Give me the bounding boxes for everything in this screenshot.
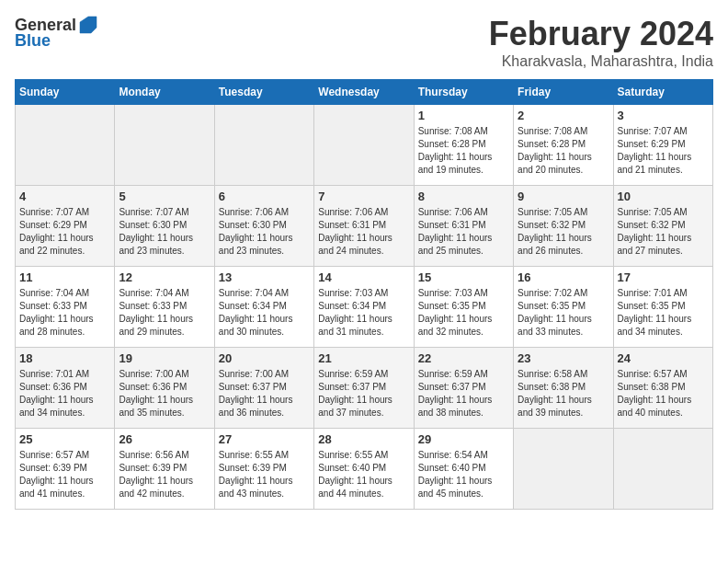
day-info: Sunrise: 7:06 AMSunset: 6:31 PMDaylight:… <box>318 206 409 258</box>
calendar-cell <box>613 429 712 510</box>
day-number: 1 <box>418 109 509 122</box>
calendar-cell: 12Sunrise: 7:04 AMSunset: 6:33 PMDayligh… <box>115 267 214 348</box>
day-info: Sunrise: 7:05 AMSunset: 6:32 PMDaylight:… <box>518 206 609 258</box>
day-info: Sunrise: 7:02 AMSunset: 6:35 PMDaylight:… <box>518 287 609 339</box>
day-info: Sunrise: 7:04 AMSunset: 6:33 PMDaylight:… <box>119 287 210 339</box>
calendar-cell: 29Sunrise: 6:54 AMSunset: 6:40 PMDayligh… <box>414 429 513 510</box>
calendar-cell: 4Sunrise: 7:07 AMSunset: 6:29 PMDaylight… <box>16 186 115 267</box>
column-header-tuesday: Tuesday <box>214 80 313 105</box>
logo-icon <box>78 15 98 35</box>
calendar-cell: 2Sunrise: 7:08 AMSunset: 6:28 PMDaylight… <box>514 105 613 186</box>
calendar-week-row: 4Sunrise: 7:07 AMSunset: 6:29 PMDaylight… <box>16 186 713 267</box>
calendar-cell: 27Sunrise: 6:55 AMSunset: 6:39 PMDayligh… <box>214 429 313 510</box>
column-header-sunday: Sunday <box>16 80 115 105</box>
day-info: Sunrise: 7:06 AMSunset: 6:30 PMDaylight:… <box>219 206 310 258</box>
day-info: Sunrise: 6:55 AMSunset: 6:39 PMDaylight:… <box>219 449 310 500</box>
day-number: 3 <box>618 109 709 122</box>
day-number: 9 <box>518 190 609 203</box>
calendar-cell: 22Sunrise: 6:59 AMSunset: 6:37 PMDayligh… <box>414 348 513 429</box>
day-info: Sunrise: 6:57 AMSunset: 6:38 PMDaylight:… <box>618 368 709 419</box>
column-header-saturday: Saturday <box>613 80 712 105</box>
day-info: Sunrise: 7:00 AMSunset: 6:37 PMDaylight:… <box>219 368 310 419</box>
day-info: Sunrise: 6:54 AMSunset: 6:40 PMDaylight:… <box>418 449 509 500</box>
calendar-cell: 26Sunrise: 6:56 AMSunset: 6:39 PMDayligh… <box>115 429 214 510</box>
calendar-cell <box>214 105 313 186</box>
day-number: 11 <box>19 270 110 284</box>
day-info: Sunrise: 6:56 AMSunset: 6:39 PMDaylight:… <box>119 449 210 500</box>
calendar-cell: 7Sunrise: 7:06 AMSunset: 6:31 PMDaylight… <box>314 186 414 267</box>
calendar-week-row: 25Sunrise: 6:57 AMSunset: 6:39 PMDayligh… <box>16 429 713 510</box>
day-number: 4 <box>19 190 110 203</box>
day-info: Sunrise: 7:01 AMSunset: 6:36 PMDaylight:… <box>19 368 110 419</box>
day-number: 5 <box>119 190 210 203</box>
calendar-cell: 19Sunrise: 7:00 AMSunset: 6:36 PMDayligh… <box>115 348 214 429</box>
day-number: 23 <box>518 351 609 365</box>
calendar-location: Kharakvasla, Maharashtra, India <box>489 53 713 70</box>
day-info: Sunrise: 7:07 AMSunset: 6:30 PMDaylight:… <box>119 206 210 258</box>
logo-blue: Blue <box>15 31 51 51</box>
calendar-cell: 9Sunrise: 7:05 AMSunset: 6:32 PMDaylight… <box>514 186 613 267</box>
calendar-cell <box>115 105 214 186</box>
day-number: 28 <box>318 432 409 446</box>
calendar-cell: 20Sunrise: 7:00 AMSunset: 6:37 PMDayligh… <box>214 348 313 429</box>
calendar-cell: 5Sunrise: 7:07 AMSunset: 6:30 PMDaylight… <box>115 186 214 267</box>
day-number: 7 <box>318 190 409 203</box>
calendar-cell: 16Sunrise: 7:02 AMSunset: 6:35 PMDayligh… <box>514 267 613 348</box>
calendar-cell: 13Sunrise: 7:04 AMSunset: 6:34 PMDayligh… <box>214 267 313 348</box>
day-number: 10 <box>618 190 709 203</box>
calendar-week-row: 11Sunrise: 7:04 AMSunset: 6:33 PMDayligh… <box>16 267 713 348</box>
day-info: Sunrise: 7:05 AMSunset: 6:32 PMDaylight:… <box>618 206 709 258</box>
calendar-cell: 10Sunrise: 7:05 AMSunset: 6:32 PMDayligh… <box>613 186 712 267</box>
day-info: Sunrise: 7:00 AMSunset: 6:36 PMDaylight:… <box>119 368 210 419</box>
day-number: 12 <box>119 270 210 284</box>
calendar-cell: 17Sunrise: 7:01 AMSunset: 6:35 PMDayligh… <box>613 267 712 348</box>
day-number: 16 <box>518 270 609 284</box>
calendar-cell: 11Sunrise: 7:04 AMSunset: 6:33 PMDayligh… <box>16 267 115 348</box>
calendar-cell: 3Sunrise: 7:07 AMSunset: 6:29 PMDaylight… <box>613 105 712 186</box>
day-info: Sunrise: 6:55 AMSunset: 6:40 PMDaylight:… <box>318 449 409 500</box>
calendar-week-row: 1Sunrise: 7:08 AMSunset: 6:28 PMDaylight… <box>16 105 713 186</box>
day-info: Sunrise: 7:07 AMSunset: 6:29 PMDaylight:… <box>19 206 110 258</box>
page-header: General Blue February 2024 Kharakvasla, … <box>15 15 713 70</box>
day-number: 20 <box>219 351 310 365</box>
day-info: Sunrise: 6:59 AMSunset: 6:37 PMDaylight:… <box>318 368 409 419</box>
day-info: Sunrise: 7:03 AMSunset: 6:34 PMDaylight:… <box>318 287 409 339</box>
calendar-cell: 25Sunrise: 6:57 AMSunset: 6:39 PMDayligh… <box>16 429 115 510</box>
day-info: Sunrise: 7:07 AMSunset: 6:29 PMDaylight:… <box>618 125 709 177</box>
calendar-cell: 21Sunrise: 6:59 AMSunset: 6:37 PMDayligh… <box>314 348 414 429</box>
day-info: Sunrise: 7:08 AMSunset: 6:28 PMDaylight:… <box>518 125 609 177</box>
day-info: Sunrise: 7:01 AMSunset: 6:35 PMDaylight:… <box>618 287 709 339</box>
day-number: 18 <box>19 351 110 365</box>
day-info: Sunrise: 6:57 AMSunset: 6:39 PMDaylight:… <box>19 449 110 500</box>
column-header-friday: Friday <box>514 80 613 105</box>
calendar-cell: 24Sunrise: 6:57 AMSunset: 6:38 PMDayligh… <box>613 348 712 429</box>
day-number: 13 <box>219 270 310 284</box>
calendar-table: SundayMondayTuesdayWednesdayThursdayFrid… <box>15 79 713 510</box>
calendar-cell: 28Sunrise: 6:55 AMSunset: 6:40 PMDayligh… <box>314 429 414 510</box>
day-number: 24 <box>618 351 709 365</box>
day-number: 6 <box>219 190 310 203</box>
calendar-cell: 23Sunrise: 6:58 AMSunset: 6:38 PMDayligh… <box>514 348 613 429</box>
day-info: Sunrise: 7:06 AMSunset: 6:31 PMDaylight:… <box>418 206 509 258</box>
day-info: Sunrise: 7:03 AMSunset: 6:35 PMDaylight:… <box>418 287 509 339</box>
day-number: 17 <box>618 270 709 284</box>
day-info: Sunrise: 7:04 AMSunset: 6:33 PMDaylight:… <box>19 287 110 339</box>
day-number: 25 <box>19 432 110 446</box>
logo: General Blue <box>15 15 98 51</box>
day-number: 27 <box>219 432 310 446</box>
calendar-cell: 1Sunrise: 7:08 AMSunset: 6:28 PMDaylight… <box>414 105 513 186</box>
day-info: Sunrise: 6:58 AMSunset: 6:38 PMDaylight:… <box>518 368 609 419</box>
day-number: 8 <box>418 190 509 203</box>
day-info: Sunrise: 7:04 AMSunset: 6:34 PMDaylight:… <box>219 287 310 339</box>
day-number: 26 <box>119 432 210 446</box>
calendar-cell: 6Sunrise: 7:06 AMSunset: 6:30 PMDaylight… <box>214 186 313 267</box>
day-info: Sunrise: 6:59 AMSunset: 6:37 PMDaylight:… <box>418 368 509 419</box>
day-number: 21 <box>318 351 409 365</box>
day-number: 22 <box>418 351 509 365</box>
column-header-monday: Monday <box>115 80 214 105</box>
calendar-cell: 8Sunrise: 7:06 AMSunset: 6:31 PMDaylight… <box>414 186 513 267</box>
calendar-header-row: SundayMondayTuesdayWednesdayThursdayFrid… <box>16 80 713 105</box>
title-block: February 2024 Kharakvasla, Maharashtra, … <box>489 15 713 70</box>
day-number: 2 <box>518 109 609 122</box>
day-number: 15 <box>418 270 509 284</box>
